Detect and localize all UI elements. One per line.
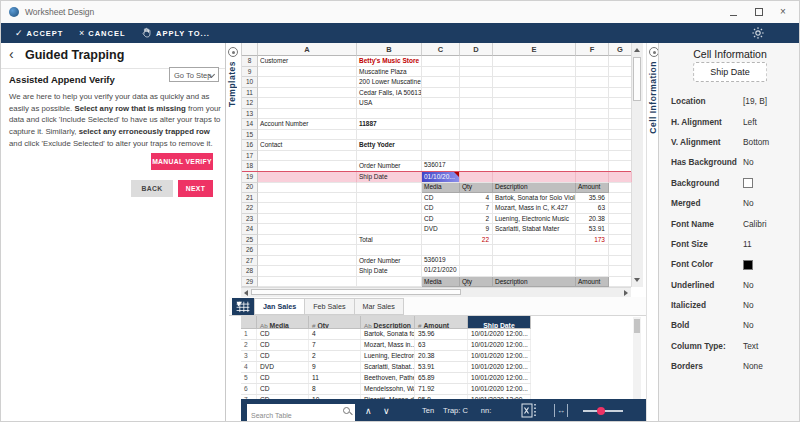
cell-B11[interactable]: Cedar Falls, IA 50613 [357, 88, 422, 99]
cell-A19[interactable] [258, 172, 357, 184]
cell-F14[interactable] [576, 119, 609, 130]
table-col-header-media[interactable]: AbMedia [257, 316, 309, 329]
sheet-corner[interactable] [242, 43, 258, 56]
cell-C19[interactable]: 01/10/20... [422, 172, 460, 184]
cell-F26[interactable] [576, 245, 609, 256]
cell-E26[interactable] [493, 245, 576, 256]
excel-export-icon[interactable] [521, 403, 539, 418]
table-cell[interactable]: 71.92 [415, 384, 468, 394]
scrollbar-thumb[interactable] [251, 289, 461, 295]
cell-G12[interactable] [609, 98, 632, 109]
cell-B16[interactable]: Betty Yoder [357, 140, 422, 151]
cell-D8[interactable] [460, 56, 493, 67]
table-row[interactable]: 5CD11Beethoven, Pathe...65.8910/01/2020 … [241, 373, 531, 384]
cell-C11[interactable] [422, 88, 460, 99]
cell-A20[interactable] [258, 182, 357, 193]
cell-C14[interactable] [422, 119, 460, 130]
row-header-17[interactable]: 17 [242, 151, 258, 162]
table-cell[interactable]: 10/01/2020 12:00... [468, 362, 531, 372]
table-cell[interactable]: 10/01/2020 12:00... [468, 373, 531, 383]
table-cell[interactable]: CD [257, 384, 309, 394]
cell-D23[interactable]: 2 [460, 214, 493, 225]
table-cell[interactable]: 53.91 [415, 362, 468, 372]
cell-B15[interactable] [357, 130, 422, 141]
cell-G19[interactable] [609, 172, 632, 184]
cell-B26[interactable] [357, 245, 422, 256]
cell-G18[interactable] [609, 161, 632, 172]
cell-D13[interactable] [460, 109, 493, 120]
table-cell[interactable]: CD [257, 329, 309, 339]
cell-G29[interactable] [609, 277, 632, 288]
cell-D21[interactable]: 4 [460, 193, 493, 204]
cell-E11[interactable] [493, 88, 576, 99]
cell-D29[interactable]: Qty [460, 277, 493, 288]
table-cell[interactable]: 63 [415, 340, 468, 350]
table-col-header-qty[interactable]: #Qty [309, 316, 361, 329]
scroll-right-icon[interactable] [624, 290, 628, 296]
cell-B24[interactable] [357, 224, 422, 235]
cell-F17[interactable] [576, 151, 609, 162]
cell-C27[interactable]: 536019 [422, 256, 460, 267]
cell-G13[interactable] [609, 109, 632, 120]
cell-B27[interactable]: Order Number [357, 256, 422, 267]
cell-G22[interactable] [609, 203, 632, 214]
cell-F29[interactable]: Amount [576, 277, 609, 288]
cell-C9[interactable] [422, 67, 460, 78]
row-header-8[interactable]: 8 [242, 56, 258, 67]
col-header-D[interactable]: D [460, 43, 493, 56]
cell-A21[interactable] [258, 193, 357, 204]
cell-D19[interactable] [460, 172, 493, 184]
cell-B28[interactable]: Ship Date [357, 266, 422, 277]
table-cell[interactable]: 2 [309, 351, 361, 361]
cell-B9[interactable]: Muscatine Plaza [357, 67, 422, 78]
cell-A10[interactable] [258, 77, 357, 88]
close-button[interactable]: × [771, 1, 795, 23]
cell-F9[interactable] [576, 67, 609, 78]
cell-C10[interactable] [422, 77, 460, 88]
scroll-left-icon[interactable] [244, 290, 248, 296]
sheet-tab-jan-sales[interactable]: Jan Sales [254, 298, 305, 315]
table-cell[interactable]: CD [257, 351, 309, 361]
cell-D10[interactable] [460, 77, 493, 88]
table-cell[interactable]: Luening, Electroni... [361, 351, 415, 361]
row-header-11[interactable]: 11 [242, 88, 258, 99]
cell-G15[interactable] [609, 130, 632, 141]
table-col-header-amount[interactable]: #Amount [415, 316, 468, 329]
cell-A29[interactable] [258, 277, 357, 288]
table-cell[interactable]: 10/01/2020 12:00... [468, 340, 531, 350]
cell-G25[interactable] [609, 235, 632, 246]
cell-A17[interactable] [258, 151, 357, 162]
cell-B20[interactable] [357, 182, 422, 193]
table-cell[interactable]: 4 [309, 329, 361, 339]
table-row[interactable]: 3CD2Luening, Electroni...20.3810/01/2020… [241, 351, 531, 362]
zoom-slider[interactable] [583, 410, 623, 412]
cell-A15[interactable] [258, 130, 357, 141]
cell-A8[interactable]: Customer [258, 56, 357, 67]
cell-A22[interactable] [258, 203, 357, 214]
cell-D28[interactable] [460, 266, 493, 277]
cell-E8[interactable] [493, 56, 576, 67]
table-cell[interactable]: 8 [309, 384, 361, 394]
cell-C15[interactable] [422, 130, 460, 141]
table-row-number[interactable]: 1 [241, 329, 257, 339]
table-col-header-ship-date[interactable]: Ship Date [468, 316, 531, 329]
table-cell[interactable]: 10/01/2020 12:00... [468, 351, 531, 361]
cell-E28[interactable] [493, 266, 576, 277]
row-header-21[interactable]: 21 [242, 193, 258, 204]
minimize-button[interactable] [721, 1, 745, 23]
row-header-9[interactable]: 9 [242, 67, 258, 78]
cell-A25[interactable] [258, 235, 357, 246]
cell-G16[interactable] [609, 140, 632, 151]
cell-B8[interactable]: Betty's Music Store [357, 56, 422, 67]
row-header-26[interactable]: 26 [242, 245, 258, 256]
cell-B19[interactable]: Ship Date [357, 172, 422, 184]
table-row[interactable]: 2CD7Mozart, Mass in...6310/01/2020 12:00… [241, 340, 531, 351]
cell-E17[interactable] [493, 151, 576, 162]
cell-G14[interactable] [609, 119, 632, 130]
cell-E14[interactable] [493, 119, 576, 130]
cell-G20[interactable] [609, 182, 632, 193]
row-header-29[interactable]: 29 [242, 277, 258, 288]
pin-icon[interactable] [228, 47, 238, 57]
cell-C17[interactable] [422, 151, 460, 162]
cell-F16[interactable] [576, 140, 609, 151]
